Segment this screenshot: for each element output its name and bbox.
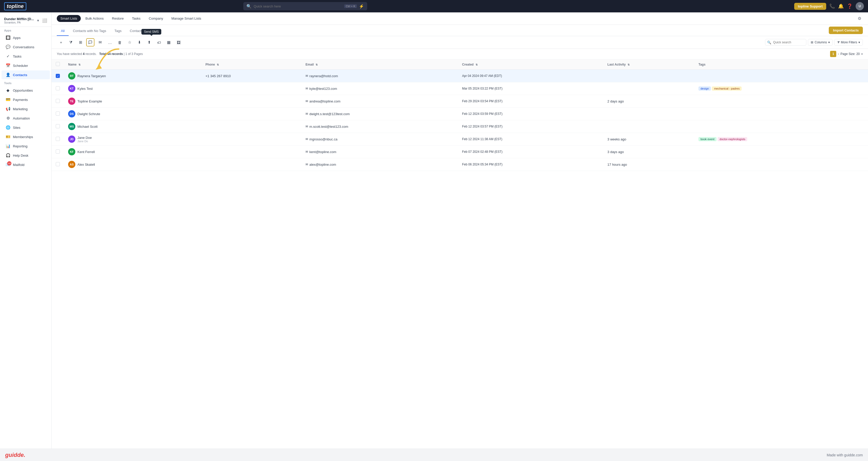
contact-email[interactable]: m.scott.test@test123.com [309, 125, 348, 128]
subnav-restore[interactable]: Restore [108, 15, 127, 22]
row-checkbox-cell[interactable] [52, 95, 64, 107]
subnav-company[interactable]: Company [145, 15, 167, 22]
tag-button[interactable]: 🏷 [155, 38, 163, 47]
tab-all[interactable]: All [57, 26, 69, 36]
contact-email[interactable]: dwight.s.test@123test.com [309, 112, 350, 116]
user-avatar[interactable]: U [856, 2, 864, 10]
columns-button[interactable]: ⊞ Columns ▾ [808, 39, 832, 46]
select-all-checkbox[interactable] [56, 62, 60, 66]
contact-tag[interactable]: book event [699, 137, 717, 141]
subnav-tasks[interactable]: Tasks [128, 15, 144, 22]
table-row[interactable]: JD Jane Doe Jane Do ✉mgrosso@nbuc.caFeb … [52, 133, 868, 146]
current-page[interactable]: 1 [830, 51, 836, 57]
contact-email[interactable]: kyle@test123.com [309, 87, 337, 91]
contact-name[interactable]: Kent Ferrell [78, 150, 95, 154]
table-row[interactable]: TE Topline Example ✉andrea@topline.comFe… [52, 95, 868, 107]
row-checkbox[interactable] [56, 99, 60, 103]
table-row[interactable]: MS Michael Scott ✉m.scott.test@test123.c… [52, 120, 868, 133]
col-created[interactable]: Created ⇅ [458, 59, 603, 70]
delete-button[interactable]: 🗑 [116, 38, 124, 47]
panel-toggle-icon[interactable]: ⬜ [42, 18, 47, 23]
row-checkbox[interactable] [56, 86, 60, 90]
row-checkbox[interactable] [56, 162, 60, 166]
sidebar-item-conversations[interactable]: 💬 Conversations [2, 42, 50, 51]
workspace-selector[interactable]: Dunder Mifflin [D... Scranton, PA ▾ ⬜ [0, 14, 51, 27]
contact-email[interactable]: raynera@hotd.com [309, 74, 338, 78]
global-search-input[interactable] [254, 4, 342, 8]
next-page-icon[interactable]: › [838, 52, 839, 56]
contact-email[interactable]: mgrosso@nbuc.ca [309, 137, 338, 141]
bell-icon[interactable]: 🔔 [838, 3, 844, 9]
merge-button[interactable]: ⊞ [76, 38, 85, 47]
import-contacts-button[interactable]: Import Contacts [829, 27, 863, 34]
star-button[interactable]: ☆ [125, 38, 134, 47]
more-options-button[interactable]: … [106, 38, 114, 47]
table-row[interactable]: AS Alex Skatell ✉alex@topline.comFeb 06 … [52, 158, 868, 171]
sidebar-item-marketing[interactable]: 📢 Marketing [2, 104, 50, 113]
row-checkbox-cell[interactable] [52, 146, 64, 158]
table-row[interactable]: DS Dwight Schrute ✉dwight.s.test@123test… [52, 107, 868, 120]
row-checkbox[interactable] [56, 112, 60, 116]
col-email[interactable]: Email ⇅ [301, 59, 458, 70]
more-filters-button[interactable]: ⧩ More Filters ▾ [834, 39, 863, 46]
tab-tags[interactable]: Tags [111, 26, 126, 36]
subnav-smart-lists[interactable]: Smart Lists [57, 15, 81, 22]
contact-tag[interactable]: design [699, 87, 711, 91]
sidebar-item-reporting[interactable]: 📊 Reporting [2, 142, 50, 151]
tab-no-tags[interactable]: Contacts with No Tags [69, 26, 110, 36]
sidebar-item-mailfold[interactable]: 📧 13 Mailfold [2, 160, 50, 169]
support-button[interactable]: topline Support [794, 3, 826, 10]
sidebar-item-memberships[interactable]: 🎫 Memberships [2, 132, 50, 141]
sidebar-item-opportunities[interactable]: ◆ Opportunities [2, 86, 50, 95]
sidebar-item-contacts[interactable]: 👤 Contacts [2, 70, 50, 79]
contact-name[interactable]: Dwight Schrute [78, 112, 100, 116]
grid-button[interactable]: ▦ [165, 38, 173, 47]
sidebar-item-tasks[interactable]: ✓ Tasks [2, 52, 50, 61]
sidebar-item-helpdesk[interactable]: 🎧 Help Desk [2, 151, 50, 160]
subnav-bulk-actions[interactable]: Bulk Actions [82, 15, 107, 22]
row-checkbox[interactable] [56, 137, 60, 141]
image-button[interactable]: 🖼 [175, 38, 183, 47]
subnav-manage-smart-lists[interactable]: Manage Smart Lists [168, 15, 205, 22]
row-checkbox[interactable]: ✓ [56, 74, 60, 78]
upload-button[interactable]: ⬆ [145, 38, 153, 47]
help-icon[interactable]: ❓ [847, 3, 852, 9]
contact-name[interactable]: Topline Example [78, 99, 102, 103]
sidebar-item-scheduler[interactable]: 📅 Scheduler [2, 61, 50, 70]
row-checkbox[interactable] [56, 124, 60, 128]
contact-name[interactable]: Alex Skatell [78, 163, 95, 166]
row-checkbox-cell[interactable]: ✓ [52, 70, 64, 82]
sidebar-item-apps[interactable]: 🔲 Apps [2, 33, 50, 42]
download-button[interactable]: ⬇ [135, 38, 144, 47]
sidebar-item-automation[interactable]: ⚙ Automation [2, 114, 50, 123]
contact-name[interactable]: Jane Doe [78, 136, 92, 140]
contact-name[interactable]: Michael Scott [78, 125, 97, 128]
send-email-button[interactable]: ✉ [96, 38, 104, 47]
global-search-bar[interactable]: 🔍 Ctrl + K ⚡ [243, 2, 367, 10]
row-checkbox-cell[interactable] [52, 133, 64, 146]
row-checkbox-cell[interactable] [52, 107, 64, 120]
contact-name[interactable]: Raynera Targaryen [78, 74, 106, 78]
send-sms-button[interactable] [86, 38, 94, 47]
page-size[interactable]: Page Size: 20 [840, 52, 860, 56]
col-tags[interactable]: Tags [694, 59, 868, 70]
quick-search-input[interactable] [765, 39, 806, 46]
page-size-chevron-icon[interactable]: ▾ [861, 52, 863, 56]
row-checkbox-cell[interactable] [52, 82, 64, 95]
table-row[interactable]: ✓ RT Raynera Targaryen +1 345 267 8910✉r… [52, 70, 868, 82]
sidebar-item-payments[interactable]: 💳 Payments [2, 95, 50, 104]
col-name[interactable]: Name ⇅ [64, 59, 201, 70]
contact-email[interactable]: kent@topline.com [309, 150, 336, 154]
row-checkbox-cell[interactable] [52, 158, 64, 171]
settings-gear-icon[interactable]: ⚙ [856, 14, 863, 23]
col-last-activity[interactable]: Last Activity ⇅ [603, 59, 694, 70]
phone-icon[interactable]: 📞 [829, 3, 835, 9]
contact-email[interactable]: andrea@topline.com [309, 99, 340, 103]
table-row[interactable]: KF Kent Ferrell ✉kent@topline.comFeb 07 … [52, 146, 868, 158]
row-checkbox-cell[interactable] [52, 120, 64, 133]
contact-tag[interactable]: mechanical - padres [712, 87, 742, 91]
contact-email[interactable]: alex@topline.com [309, 163, 336, 166]
sidebar-item-sites[interactable]: 🌐 Sites [2, 123, 50, 132]
contact-tag[interactable]: doctor-nephrologists [718, 137, 747, 141]
col-phone[interactable]: Phone ⇅ [201, 59, 301, 70]
